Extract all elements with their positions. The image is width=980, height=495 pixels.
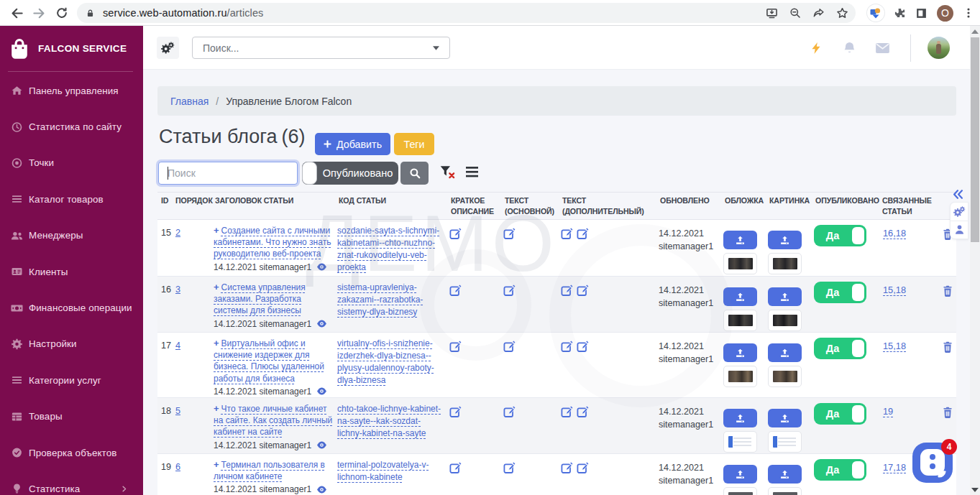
related-articles-link[interactable]: 17,18 [883, 462, 906, 473]
picture-thumbnail[interactable] [768, 253, 802, 274]
sidebar-item-bars[interactable]: Каталог товаров [0, 181, 143, 217]
sidebar-item-cog[interactable]: Настройки [0, 326, 143, 362]
col-header-title[interactable]: ЗАГОЛОВОК СТАТЬИ [213, 193, 336, 220]
sidebar-item-check-circle[interactable]: Проверка объектов [0, 435, 143, 471]
global-search-select[interactable]: Поиск... [192, 37, 450, 59]
order-link[interactable]: 6 [175, 462, 180, 472]
order-link[interactable]: 3 [175, 284, 180, 295]
brand[interactable]: FALCON SERVICE [0, 26, 143, 71]
cover-thumbnail[interactable] [723, 431, 757, 453]
picture-thumbnail[interactable] [768, 366, 802, 387]
published-switch[interactable]: Да [814, 459, 866, 481]
sidebar-item-users[interactable]: Менеджеры [0, 218, 143, 254]
col-header-order[interactable]: ПОРЯДОК [173, 193, 213, 220]
settings-gears-button[interactable] [157, 37, 179, 59]
col-header-id[interactable]: ID [157, 193, 173, 220]
upload-cover-button[interactable] [723, 287, 757, 306]
scrollbar-down-arrow[interactable] [971, 488, 979, 492]
article-code-link[interactable]: virtualny-ofis-i-snizhenie-izderzhek-dly… [337, 338, 434, 385]
expand-plus-icon[interactable]: + [214, 338, 219, 348]
upload-picture-button[interactable] [768, 409, 802, 427]
picture-thumbnail[interactable] [768, 487, 802, 495]
edit-text-extra-icon[interactable] [561, 341, 573, 353]
article-title-link[interactable]: Система управления заказами. Разработка … [214, 282, 306, 315]
sidebar-item-dot-circle[interactable]: Точки [0, 145, 143, 181]
extension-shortcut[interactable] [867, 4, 884, 22]
browser-back-button[interactable] [6, 3, 27, 23]
tags-button[interactable]: Теги [394, 133, 434, 155]
edit-summary-icon[interactable] [449, 406, 462, 418]
zoom-out-icon[interactable] [789, 7, 801, 19]
related-articles-link[interactable]: 15,18 [883, 284, 906, 295]
sidebar-item-id-card[interactable]: Клиенты [0, 254, 143, 290]
sidebar-item-list[interactable]: Категории услуг [0, 362, 143, 398]
breadcrumb-home-link[interactable]: Главная [170, 96, 209, 107]
eye-icon[interactable] [316, 486, 327, 494]
article-code-link[interactable]: sozdanie-sayta-s-lichnymi-kabinetami--ch… [337, 226, 439, 272]
published-switch[interactable]: Да [814, 282, 866, 303]
add-article-button[interactable]: Добавить [315, 133, 390, 155]
side-panel-icon[interactable] [915, 7, 928, 19]
article-code-link[interactable]: terminal-polzovatelya-v-lichnom-kabinete [337, 460, 429, 482]
article-title-link[interactable]: Создание сайта с личными кабинетами. Что… [214, 226, 331, 259]
table-menu-icon[interactable] [466, 167, 478, 177]
sidebar-item-lightbulb[interactable]: Статистика [0, 471, 143, 495]
related-articles-link[interactable]: 16,18 [883, 228, 906, 239]
edit-text-extra2-icon[interactable] [577, 406, 589, 418]
edit-text-extra2-icon[interactable] [577, 284, 589, 297]
expand-plus-icon[interactable]: + [214, 403, 219, 414]
upload-cover-button[interactable] [723, 231, 757, 249]
col-header-picture[interactable]: КАРТИНКА [767, 193, 813, 220]
edit-text-extra-icon[interactable] [561, 284, 573, 297]
browser-profile-avatar[interactable]: O [937, 5, 953, 22]
article-code-link[interactable]: chto-takoe-lichnye-kabinet-na-sayte--kak… [337, 404, 441, 438]
sidebar-item-home[interactable]: Панель управления [0, 73, 143, 108]
bookmark-star-icon[interactable] [836, 7, 848, 19]
col-header-updated[interactable]: ОБНОВЛЕНО [658, 193, 723, 220]
edit-text-extra2-icon[interactable] [577, 341, 589, 353]
edit-text-main-icon[interactable] [503, 406, 516, 418]
published-switch[interactable]: Да [814, 403, 866, 425]
delete-article-icon[interactable] [943, 285, 953, 297]
edit-text-extra-icon[interactable] [561, 228, 573, 240]
bolt-icon[interactable] [810, 42, 823, 55]
eye-icon[interactable] [316, 441, 327, 449]
clear-filter-icon[interactable] [439, 165, 456, 179]
collapse-columns-icon[interactable] [953, 190, 963, 199]
edit-text-main-icon[interactable] [503, 284, 516, 297]
col-header-published[interactable]: ОПУБЛИКОВАНО [813, 193, 880, 220]
cover-thumbnail[interactable] [723, 253, 757, 274]
edit-text-extra2-icon[interactable] [577, 228, 589, 240]
expand-plus-icon[interactable]: + [214, 282, 219, 292]
sidebar-item-table-list[interactable]: Товары [0, 399, 143, 435]
chat-widget-button[interactable]: 4 [912, 443, 953, 483]
install-app-icon[interactable] [766, 7, 778, 19]
published-switch[interactable]: Да [814, 338, 866, 359]
edit-text-main-icon[interactable] [503, 462, 516, 474]
related-articles-link[interactable]: 19 [883, 406, 893, 417]
cover-thumbnail[interactable] [723, 310, 757, 331]
browser-forward-button[interactable] [29, 3, 49, 23]
browser-reload-button[interactable] [52, 3, 72, 23]
edit-text-extra-icon[interactable] [561, 462, 573, 474]
order-link[interactable]: 5 [175, 406, 180, 416]
extensions-puzzle-icon[interactable] [894, 7, 906, 19]
delete-article-icon[interactable] [943, 407, 953, 418]
cover-thumbnail[interactable] [723, 487, 757, 495]
picture-thumbnail[interactable] [768, 310, 802, 331]
sidebar-item-clock[interactable]: Статистика по сайту [0, 108, 143, 144]
upload-picture-button[interactable] [768, 465, 802, 484]
article-code-link[interactable]: sistema-upravleniya-zakazami--razrabotka… [337, 282, 423, 317]
delete-article-icon[interactable] [943, 341, 953, 353]
page-scrollbar[interactable] [970, 26, 980, 495]
edit-summary-icon[interactable] [449, 462, 462, 474]
edit-text-main-icon[interactable] [503, 341, 516, 353]
upload-picture-button[interactable] [768, 231, 802, 249]
edit-text-extra2-icon[interactable] [577, 462, 589, 474]
edit-summary-icon[interactable] [449, 284, 462, 297]
upload-cover-button[interactable] [723, 409, 757, 427]
edit-text-extra-icon[interactable] [561, 406, 573, 418]
edit-summary-icon[interactable] [449, 341, 462, 353]
related-articles-link[interactable]: 15,18 [883, 341, 906, 351]
col-header-summary[interactable]: КРАТКОЕ ОПИСАНИЕ [449, 193, 503, 220]
